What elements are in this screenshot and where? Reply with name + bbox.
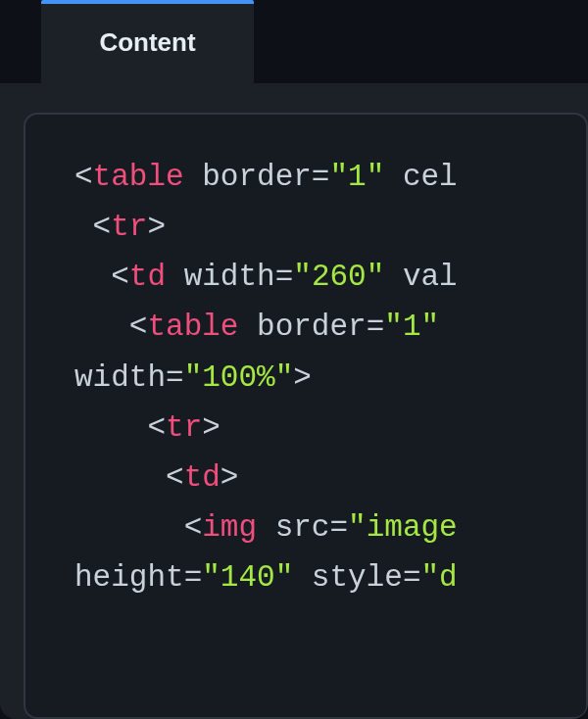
tab-label: Content [99, 27, 195, 57]
app-container: Content <table border="1" cel <tr> <td w… [0, 0, 588, 719]
tab-content[interactable]: Content [41, 0, 254, 83]
tab-bar: Content [0, 0, 588, 83]
code-block: <table border="1" cel <tr> <td width="26… [74, 152, 586, 602]
content-area: <table border="1" cel <tr> <td width="26… [0, 83, 588, 719]
code-panel[interactable]: <table border="1" cel <tr> <td width="26… [24, 113, 588, 719]
